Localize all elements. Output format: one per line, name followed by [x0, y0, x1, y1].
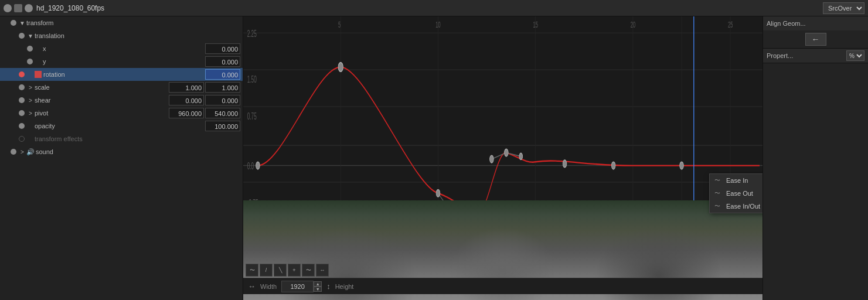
prop-name-shear: shear [35, 97, 169, 104]
graph-area[interactable]: 2.25 1.50 0.75 0.0 -0.75 -1.50 5 10 15 2… [243, 16, 763, 300]
interp-icon-add[interactable]: + [288, 264, 301, 277]
prop-dot-transform [11, 20, 16, 26]
prop-val-scale1[interactable]: 1.000 [169, 82, 204, 93]
prop-y[interactable]: y 0.000 [0, 55, 243, 68]
prop-name-pivot: pivot [35, 110, 169, 117]
prop-val-scale2[interactable]: 1.000 [205, 82, 240, 93]
properties-unit-select[interactable]: % [846, 50, 864, 61]
prop-vals-pivot: 960.000 540.000 [169, 108, 240, 118]
prop-val-shear2[interactable]: 0.000 [205, 95, 240, 105]
width-up-arrow[interactable]: ▲ [314, 281, 322, 287]
visibility-icon[interactable] [4, 4, 12, 12]
prop-translation[interactable]: ▼ translation [0, 29, 243, 42]
interpolation-toolbar: 〜 / ╲ + 〜 ↔ [243, 262, 331, 278]
prop-name-transform-effects: transform effects [35, 135, 240, 142]
lock-icon[interactable] [14, 4, 22, 12]
prop-expand-pivot[interactable]: > [26, 110, 35, 117]
svg-text:1.50: 1.50 [247, 74, 257, 85]
align-arrow-btn[interactable]: ← [805, 33, 826, 46]
prop-name-scale: scale [35, 84, 169, 91]
ease-out-label: Ease Out [726, 190, 753, 197]
sound-icon: 🔊 [26, 148, 35, 156]
properties-title: Propert... [767, 52, 793, 59]
width-icon: ↔ [248, 282, 256, 291]
ease-in-out-item[interactable]: 〜 Ease In/Out [710, 200, 763, 213]
left-panel: ▼ transform ▼ translation x 0.000 y [0, 16, 243, 300]
prop-expand-shear[interactable]: > [26, 97, 35, 104]
prop-name-y: y [43, 58, 205, 65]
svg-text:5: 5 [338, 20, 341, 29]
align-header: Align Geom... [763, 16, 868, 30]
svg-point-36 [490, 155, 494, 163]
height-label: Height [335, 283, 354, 290]
width-label: Width [260, 283, 277, 290]
prop-val-rotation[interactable]: 0.000 [205, 69, 240, 80]
prop-scale[interactable]: > scale 1.000 1.000 [0, 81, 243, 94]
ease-out-item[interactable]: 〜 Ease Out [710, 187, 763, 200]
prop-transform-effects[interactable]: transform effects [0, 132, 243, 145]
ease-in-out-label: Ease In/Out [726, 203, 760, 210]
prop-expand-transform[interactable]: ▼ [18, 20, 26, 26]
prop-dot-scale [19, 84, 25, 90]
align-arrow-icon: ← [812, 35, 820, 44]
prop-val-pivot2[interactable]: 540.000 [205, 108, 240, 118]
render-icon[interactable] [25, 4, 33, 12]
clip-name: hd_1920_1080_60fps [36, 4, 819, 12]
top-bar: hd_1920_1080_60fps SrcOver [0, 0, 868, 16]
ease-out-icon: 〜 [714, 189, 724, 197]
svg-text:0.0: 0.0 [247, 161, 254, 172]
svg-text:15: 15 [533, 20, 538, 29]
properties-section: Propert... % [763, 49, 868, 63]
prop-vals-scale: 1.000 1.000 [169, 82, 240, 93]
svg-point-40 [611, 162, 615, 169]
properties-list: ▼ transform ▼ translation x 0.000 y [0, 16, 243, 300]
height-icon: ↕ [326, 282, 331, 291]
prop-val-y[interactable]: 0.000 [205, 56, 240, 67]
prop-dot-shear [19, 97, 25, 103]
prop-x[interactable]: x 0.000 [0, 42, 243, 55]
properties-header: Propert... % [763, 49, 868, 63]
svg-text:2.25: 2.25 [247, 29, 257, 39]
prop-expand-translation[interactable]: ▼ [26, 33, 35, 39]
prop-shear[interactable]: > shear 0.000 0.000 [0, 94, 243, 107]
prop-dot-x [27, 46, 33, 52]
prop-dot-translation [19, 33, 25, 39]
prop-color-rotation [35, 71, 42, 78]
prop-val-pivot1[interactable]: 960.000 [169, 108, 204, 118]
prop-rotation[interactable]: rotation 0.000 [0, 68, 243, 81]
prop-val-shear1[interactable]: 0.000 [169, 95, 204, 105]
prop-dot-y [27, 59, 33, 64]
blend-mode-select[interactable]: SrcOver [823, 2, 864, 14]
align-section: Align Geom... ← [763, 16, 868, 49]
interp-icon-constant[interactable]: ╲ [274, 264, 287, 277]
main-content: ▼ transform ▼ translation x 0.000 y [0, 16, 868, 300]
prop-pivot[interactable]: > pivot 960.000 540.000 [0, 107, 243, 120]
ease-in-item[interactable]: 〜 Ease In [710, 174, 763, 187]
prop-val-x[interactable]: 0.000 [205, 43, 240, 54]
prop-expand-sound[interactable]: > [18, 149, 26, 155]
interp-icon-smooth[interactable]: 〜 [302, 264, 315, 277]
prop-opacity[interactable]: opacity 100.000 [0, 120, 243, 132]
interp-icon-curve[interactable]: 〜 [246, 264, 258, 277]
svg-point-41 [680, 162, 684, 169]
prop-sound[interactable]: > 🔊 sound [0, 145, 243, 158]
prop-dot-transform-effects [19, 136, 25, 142]
prop-name-rotation: rotation [43, 71, 205, 78]
width-down-arrow[interactable]: ▼ [314, 287, 322, 292]
svg-point-37 [504, 149, 508, 156]
interp-icon-linear[interactable]: / [260, 264, 273, 277]
prop-vals-shear: 0.000 0.000 [169, 95, 240, 105]
right-panels: Align Geom... ← Propert... % [763, 16, 868, 300]
prop-name-translation: translation [35, 32, 240, 39]
prop-expand-scale[interactable]: > [26, 84, 35, 91]
width-input[interactable] [281, 281, 314, 292]
ease-in-icon: 〜 [714, 176, 724, 185]
svg-text:0.75: 0.75 [247, 111, 257, 122]
prop-dot-pivot [19, 110, 25, 116]
prop-transform[interactable]: ▼ transform [0, 16, 243, 29]
svg-point-31 [256, 162, 260, 169]
svg-point-32 [338, 63, 343, 72]
ease-in-label: Ease In [726, 177, 748, 184]
prop-val-opacity[interactable]: 100.000 [205, 121, 240, 131]
interp-icon-width[interactable]: ↔ [316, 264, 329, 277]
